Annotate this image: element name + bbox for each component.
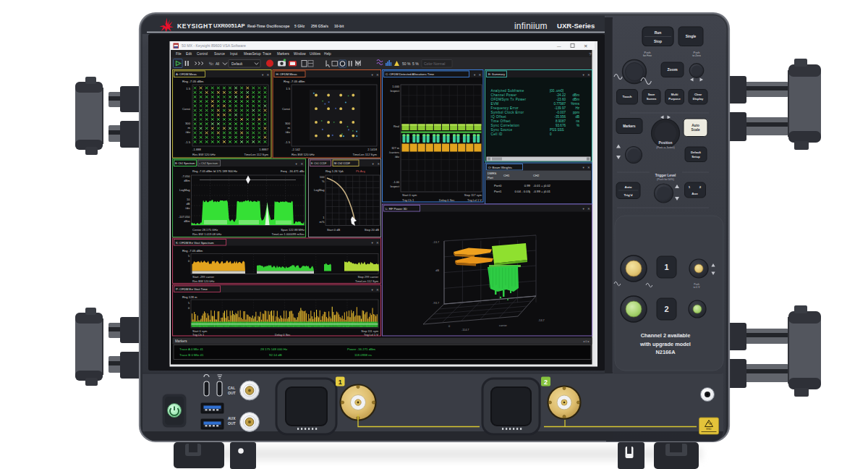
svg-text:-139.97: -139.97 bbox=[554, 106, 566, 110]
svg-text:Auto: Auto bbox=[625, 185, 632, 189]
svg-text:/div: /div bbox=[185, 206, 190, 210]
svg-text:-1.5: -1.5 bbox=[285, 140, 291, 144]
svg-text:Setup: Setup bbox=[692, 155, 700, 159]
svg-text:1.000: 1.000 bbox=[392, 85, 400, 88]
svg-text:infiniium: infiniium bbox=[514, 21, 548, 31]
svg-text:0: 0 bbox=[550, 132, 552, 136]
svg-text:0: 0 bbox=[188, 307, 190, 310]
svg-text:Frequency Error: Frequency Error bbox=[491, 106, 519, 110]
svg-text:/div: /div bbox=[185, 130, 190, 134]
svg-text:Single: Single bbox=[686, 35, 697, 38]
svg-text:Stop: Stop bbox=[654, 40, 662, 43]
svg-text:O: Beam Weights: O: Beam Weights bbox=[488, 166, 512, 169]
svg-text:✕: ✕ bbox=[376, 73, 379, 77]
svg-text:Res BW 1.019.08 kHz: Res BW 1.019.08 kHz bbox=[192, 232, 221, 236]
svg-text:E: Ch1 CCDF: E: Ch1 CCDF bbox=[311, 162, 326, 165]
svg-text:0.99: 0.99 bbox=[524, 184, 531, 187]
svg-text:300: 300 bbox=[285, 122, 291, 125]
svg-text:8.9087: 8.9087 bbox=[556, 119, 566, 123]
svg-text:dBm: dBm bbox=[573, 98, 580, 101]
svg-text:-53.7: -53.7 bbox=[538, 319, 545, 322]
svg-text:Analyzed Subframe: Analyzed Subframe bbox=[491, 89, 524, 93]
svg-text:carrier: carrier bbox=[499, 324, 507, 327]
svg-text:Span 122.88 MHz: Span 122.88 MHz bbox=[281, 228, 305, 232]
svg-text:Start 0 sym: Start 0 sym bbox=[402, 193, 417, 197]
svg-text:Touch: Touch bbox=[623, 95, 632, 98]
svg-text:0: 0 bbox=[448, 325, 450, 328]
svg-text:Push: Push bbox=[694, 283, 699, 286]
svg-text:✕: ✕ bbox=[378, 162, 380, 166]
svg-text:✕: ✕ bbox=[587, 207, 590, 211]
svg-text:LogMag: LogMag bbox=[314, 188, 324, 192]
svg-text:Help: Help bbox=[324, 52, 331, 56]
svg-text:EVM: EVM bbox=[491, 102, 499, 106]
svg-text:✕: ✕ bbox=[267, 73, 270, 77]
svg-text:LogMag: LogMag bbox=[179, 188, 190, 192]
svg-text:/div: /div bbox=[395, 155, 399, 159]
svg-text:A: OFDM Meas: A: OFDM Meas bbox=[176, 72, 197, 76]
svg-text:/div: /div bbox=[285, 130, 290, 134]
svg-text:Rng -7.05 dBm: Rng -7.05 dBm bbox=[182, 249, 203, 253]
svg-text:Trace A 0 Mkr: Trace A 0 Mkr 41 bbox=[179, 347, 204, 351]
svg-text:Sync Correlation: Sync Correlation bbox=[491, 124, 520, 127]
svg-text:KEYSIGHT: KEYSIGHT bbox=[177, 22, 213, 30]
svg-text:2: 2 bbox=[544, 379, 548, 386]
svg-text:N2166A: N2166A bbox=[655, 349, 676, 355]
svg-text:to 0 V: to 0 V bbox=[694, 286, 701, 289]
svg-text:dB: dB bbox=[187, 202, 190, 206]
svg-text:—: — bbox=[557, 44, 561, 48]
svg-text:Trace: Trace bbox=[263, 52, 271, 56]
svg-text:Const: Const bbox=[282, 107, 291, 111]
svg-text:Res BW 120 kHz: Res BW 120 kHz bbox=[292, 153, 315, 156]
svg-text:%: % bbox=[322, 179, 325, 183]
svg-text:Markers: Markers bbox=[277, 52, 290, 56]
svg-text:-107.050: -107.050 bbox=[179, 215, 191, 219]
svg-text:Trace B 0 Mkr: Trace B 0 Mkr 41 bbox=[179, 353, 204, 357]
svg-text:Port0: Port0 bbox=[494, 184, 502, 187]
svg-text:Rng -7.05 dBm: Rng -7.05 dBm bbox=[284, 80, 305, 83]
svg-text:for Fine: for Fine bbox=[643, 54, 652, 57]
svg-text:Purpose: Purpose bbox=[668, 97, 681, 101]
svg-text:-0.99 + j0.01: -0.99 + j0.01 bbox=[533, 190, 551, 193]
svg-text:ESD: ESD bbox=[707, 428, 712, 431]
svg-text:Pk Avg: Pk Avg bbox=[356, 169, 365, 173]
svg-text:Trig Lvl 1 V: Trig Lvl 1 V bbox=[467, 198, 482, 202]
svg-text:Trig'd: Trig'd bbox=[624, 193, 633, 197]
svg-text:118.0938 ns: 118.0938 ns bbox=[354, 353, 373, 357]
svg-text:AUX: AUX bbox=[228, 416, 236, 421]
svg-text:UXR-Series: UXR-Series bbox=[557, 22, 595, 30]
svg-text:Input: Input bbox=[230, 52, 238, 56]
svg-text:-13.7: -13.7 bbox=[433, 241, 439, 244]
svg-text:-0.01 + j0.02: -0.01 + j0.02 bbox=[533, 184, 551, 187]
svg-text:256 GSa/s: 256 GSa/s bbox=[311, 24, 328, 28]
svg-text:/carriers: /carriers bbox=[389, 151, 399, 154]
svg-text:Const: Const bbox=[182, 107, 191, 111]
svg-text:H: OFDM Meas: H: OFDM Meas bbox=[276, 72, 297, 76]
svg-text:-24.22: -24.22 bbox=[556, 93, 566, 97]
svg-text:Stop 117 sym: Stop 117 sym bbox=[464, 193, 482, 197]
svg-text:-16.471 dBc: -16.471 dBc bbox=[289, 169, 305, 173]
svg-text:Port: Port bbox=[488, 176, 494, 179]
svg-text:-114.7: -114.7 bbox=[461, 329, 469, 331]
svg-text:Zoom: Zoom bbox=[667, 67, 678, 72]
svg-text:B: Ch1 Spectrum: B: Ch1 Spectrum bbox=[175, 162, 195, 165]
svg-text:dBm: dBm bbox=[573, 93, 580, 97]
svg-text:ppm: ppm bbox=[573, 111, 579, 114]
svg-text:Edit: Edit bbox=[186, 52, 192, 56]
svg-text:%: % bbox=[576, 124, 579, 127]
svg-text:UXR0051AP: UXR0051AP bbox=[213, 22, 244, 29]
svg-text:Trig Ch 1: Trig Ch 1 bbox=[402, 198, 414, 202]
svg-text:Screen: Screen bbox=[647, 97, 657, 101]
svg-text:✕: ✕ bbox=[587, 73, 590, 77]
svg-text:Delay 0 Sec: Delay 0 Sec bbox=[439, 198, 455, 202]
svg-text:dB: dB bbox=[435, 269, 439, 272]
svg-text:Symbol Clock Error: Symbol Clock Error bbox=[491, 111, 524, 114]
svg-text:Real-Time Oscilloscope: Real-Time Oscilloscope bbox=[247, 24, 290, 28]
svg-text:Trig Lvl 1 V: Trig Lvl 1 V bbox=[364, 333, 378, 337]
svg-text:dBm: dBm bbox=[184, 219, 190, 223]
svg-text:Cell ID: Cell ID bbox=[491, 132, 503, 136]
svg-text:E: Summary: E: Summary bbox=[488, 72, 506, 76]
svg-text:300: 300 bbox=[185, 122, 191, 125]
svg-text:TimeLen 1.000099 mSec: TimeLen 1.000099 mSec bbox=[271, 232, 305, 236]
svg-text:ns: ns bbox=[576, 119, 580, 123]
